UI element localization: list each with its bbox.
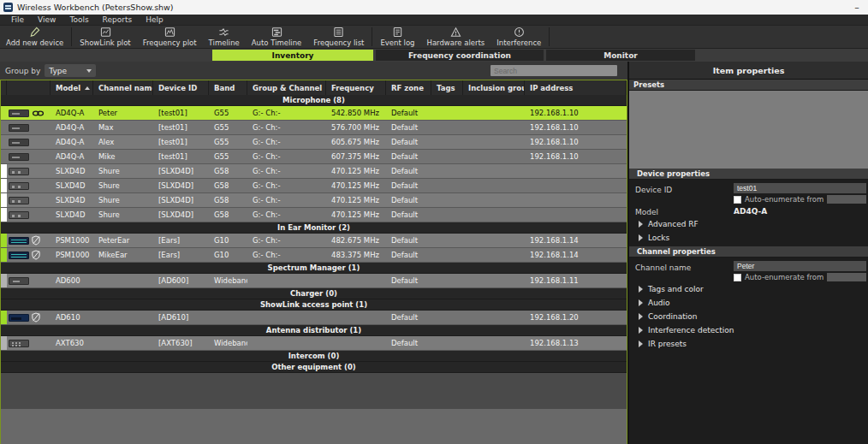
cell-tags bbox=[431, 193, 463, 207]
table-row[interactable]: SLXD4D Shure [SLXD4D] G58 G:- Ch:- 470.1… bbox=[1, 164, 627, 179]
group-header-row[interactable]: Microphone (8) bbox=[1, 95, 627, 106]
tab-monitor[interactable]: Monitor bbox=[546, 50, 695, 61]
cell-ip-address: 192.168.1.14 bbox=[525, 234, 627, 247]
header-band[interactable]: Band bbox=[209, 80, 247, 95]
table-row[interactable]: PSM1000 MikeEar [Ears] G10 G:- Ch:- 483.… bbox=[1, 248, 627, 263]
table-row[interactable]: AD4Q-A Peter [test01] G55 G:- Ch:- 542.8… bbox=[1, 106, 627, 121]
cell-channel-name: Shure bbox=[93, 193, 153, 207]
table-row[interactable]: AD610 [AD610] Default 192.168.1.20 bbox=[1, 311, 627, 325]
group-header-row[interactable]: Intercom (0) bbox=[1, 351, 627, 362]
cell-inclusion-group bbox=[463, 179, 525, 192]
header-ip-address[interactable]: IP address bbox=[525, 80, 627, 95]
ir-presets-expander[interactable]: IR presets bbox=[629, 337, 868, 351]
sort-ascending-icon bbox=[85, 86, 90, 90]
auto-enumerate-checkbox[interactable] bbox=[734, 274, 741, 281]
group-header-row[interactable]: Other equipment (0) bbox=[1, 362, 627, 373]
auto-timeline-button[interactable]: Auto Timeline bbox=[246, 26, 308, 48]
table-row[interactable]: AXT630 [AXT630] Wideband Default 192.168… bbox=[1, 336, 627, 351]
menu-view[interactable]: View bbox=[31, 15, 62, 26]
group-header-row[interactable]: In Ear Monitor (2) bbox=[1, 222, 627, 234]
presets-section-header[interactable]: Presets bbox=[629, 80, 868, 91]
frequency-list-button[interactable]: Frequency list bbox=[307, 26, 370, 48]
cell-ip-address: 192.168.1.10 bbox=[525, 106, 627, 120]
header-channel-name[interactable]: Channel name bbox=[93, 80, 153, 95]
table-row[interactable]: AD4Q-A Alex [test01] G55 G:- Ch:- 605.67… bbox=[1, 135, 627, 150]
shield-slash-icon bbox=[32, 250, 40, 260]
header-model[interactable]: Model bbox=[51, 80, 93, 95]
menu-help[interactable]: Help bbox=[139, 15, 170, 26]
header-group-channel[interactable]: Group & Channel bbox=[247, 80, 326, 95]
table-row[interactable]: SLXD4D Shure [SLXD4D] G58 G:- Ch:- 470.1… bbox=[1, 193, 627, 208]
group-by-label: Group by bbox=[5, 67, 40, 75]
device-properties-header[interactable]: Device properties bbox=[629, 169, 868, 180]
event-log-button[interactable]: Event log bbox=[374, 26, 420, 48]
cell-tags bbox=[431, 150, 463, 163]
cell-tags bbox=[431, 336, 463, 350]
auto-enumerate-label: Auto-enumerate from bbox=[745, 195, 823, 204]
header-inclusion-group[interactable]: Inclusion group bbox=[463, 80, 525, 95]
device-icon bbox=[9, 182, 29, 190]
timeline-button[interactable]: Timeline bbox=[203, 26, 246, 48]
audio-expander[interactable]: Audio bbox=[629, 296, 868, 310]
auto-enumerate-start-input[interactable] bbox=[827, 273, 866, 281]
auto-enumerate-start-input[interactable] bbox=[827, 195, 866, 204]
table-row[interactable]: AD4Q-A Max [test01] G55 G:- Ch:- 576.700… bbox=[1, 121, 627, 135]
tab-inventory[interactable]: Inventory bbox=[212, 50, 373, 61]
frequency-plot-button[interactable]: Frequency plot bbox=[137, 26, 203, 48]
menu-tools[interactable]: Tools bbox=[62, 15, 95, 26]
interference-detection-expander[interactable]: Interference detection bbox=[629, 323, 868, 337]
cell-band: G58 bbox=[209, 164, 247, 178]
header-tags[interactable]: Tags bbox=[431, 80, 463, 95]
group-header-row[interactable]: ShowLink access point (1) bbox=[1, 299, 627, 311]
channel-name-input[interactable] bbox=[734, 261, 866, 271]
cell-group-channel: G:- Ch:- bbox=[247, 135, 326, 149]
auto-enumerate-checkbox[interactable] bbox=[734, 196, 741, 204]
cell-device-id: [AD610] bbox=[153, 311, 209, 324]
minimize-button[interactable]: – bbox=[849, 2, 865, 14]
warning-triangle-icon bbox=[450, 27, 461, 38]
header-device-id[interactable]: Device ID bbox=[153, 80, 209, 95]
cell-band: G58 bbox=[209, 208, 247, 222]
cell-inclusion-group bbox=[463, 274, 525, 287]
cell-group-channel: G:- Ch:- bbox=[247, 248, 326, 262]
header-frequency[interactable]: Frequency bbox=[326, 80, 386, 95]
showlink-plot-button[interactable]: ShowLink plot bbox=[74, 26, 136, 48]
menu-file[interactable]: File bbox=[4, 15, 31, 26]
cell-model: AD4Q-A bbox=[51, 121, 93, 134]
cell-group-channel bbox=[247, 336, 326, 350]
group-by-dropdown[interactable]: Type bbox=[45, 64, 96, 77]
add-new-device-button[interactable]: Add new device bbox=[0, 26, 69, 48]
group-header-row[interactable]: Spectrum Manager (1) bbox=[1, 263, 627, 274]
channel-properties-header[interactable]: Channel properties bbox=[629, 246, 868, 258]
table-row[interactable]: AD4Q-A Mike [test01] G55 G:- Ch:- 607.37… bbox=[1, 150, 627, 164]
tags-and-color-expander[interactable]: Tags and color bbox=[629, 282, 868, 296]
locks-expander[interactable]: Locks bbox=[629, 231, 868, 245]
device-id-input[interactable] bbox=[734, 183, 866, 193]
cell-rf-zone: Default bbox=[386, 274, 431, 287]
table-row[interactable]: PSM1000 PeterEar [Ears] G10 G:- Ch:- 482… bbox=[1, 234, 627, 248]
cell-frequency: 470.125 MHz bbox=[326, 208, 386, 222]
hardware-alerts-button[interactable]: Hardware alerts bbox=[420, 26, 490, 48]
device-icon bbox=[9, 197, 29, 204]
group-header-row[interactable]: Antenna distributor (1) bbox=[1, 325, 627, 336]
item-properties-title: Item properties bbox=[629, 62, 868, 80]
cell-ip-address: 192.168.1.10 bbox=[525, 135, 627, 149]
table-row[interactable]: SLXD4D Shure [SLXD4D] G58 G:- Ch:- 470.1… bbox=[1, 208, 627, 222]
cell-frequency: 607.375 MHz bbox=[326, 150, 386, 163]
menu-reports[interactable]: Reports bbox=[96, 15, 140, 26]
tab-frequency-coordination[interactable]: Frequency coordination bbox=[376, 50, 544, 61]
cell-tags bbox=[431, 179, 463, 192]
interference-button[interactable]: Interference bbox=[490, 26, 547, 48]
cell-model: AD600 bbox=[51, 274, 93, 287]
cell-model: AD4Q-A bbox=[51, 150, 93, 163]
group-header-row[interactable]: Charger (0) bbox=[1, 288, 627, 299]
device-icon bbox=[9, 124, 29, 132]
advanced-rf-expander[interactable]: Advanced RF bbox=[629, 217, 868, 231]
header-rf-zone[interactable]: RF zone bbox=[386, 80, 431, 95]
cell-model: AD4Q-A bbox=[51, 106, 93, 120]
table-row[interactable]: AD600 [AD600] Wideband Default 192.168.1… bbox=[1, 274, 627, 288]
table-row[interactable]: SLXD4D Shure [SLXD4D] G58 G:- Ch:- 470.1… bbox=[1, 179, 627, 193]
search-input[interactable] bbox=[490, 65, 617, 76]
coordination-expander[interactable]: Coordination bbox=[629, 310, 868, 323]
cell-band: Wideband bbox=[209, 274, 247, 287]
